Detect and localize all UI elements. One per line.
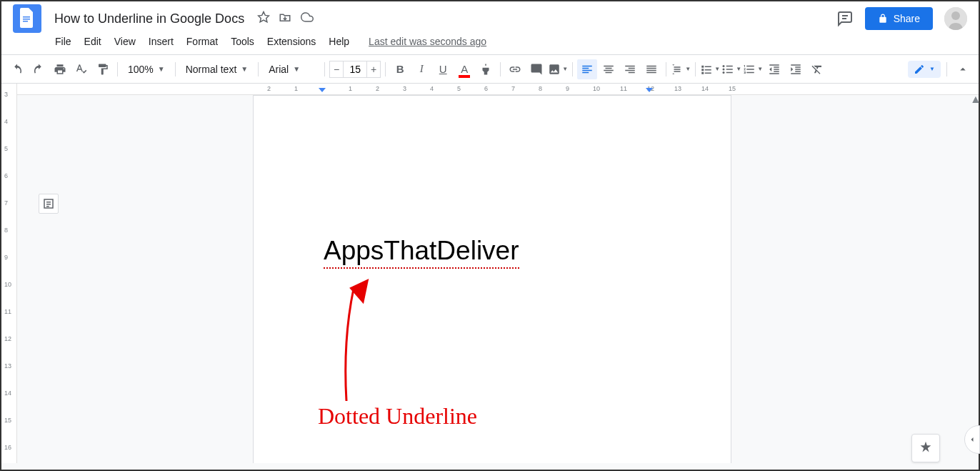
- toolbar: 100%▼ Normal text▼ Arial▼ − + B I U A ▼ …: [1, 55, 979, 84]
- comment-button[interactable]: [526, 59, 546, 79]
- share-label: Share: [894, 13, 920, 24]
- menu-extensions[interactable]: Extensions: [262, 33, 321, 50]
- align-right-button[interactable]: [620, 59, 640, 79]
- document-text[interactable]: AppsThatDeliver: [324, 236, 519, 269]
- collapse-toolbar-button[interactable]: [953, 59, 973, 79]
- font-size-increase[interactable]: +: [366, 61, 381, 78]
- increase-indent-button[interactable]: [786, 59, 806, 79]
- vertical-ruler: 3 4 5 6 7 8 9 10 11 12 13 14 15 16: [1, 84, 17, 463]
- style-select[interactable]: Normal text▼: [180, 61, 254, 78]
- explore-button[interactable]: [911, 434, 940, 462]
- highlight-button[interactable]: [476, 59, 496, 79]
- clear-formatting-button[interactable]: [807, 59, 827, 79]
- menu-format[interactable]: Format: [181, 33, 223, 50]
- svg-point-7: [951, 11, 960, 20]
- document-page[interactable]: AppsThatDeliver Dotted Underline: [253, 95, 731, 463]
- text-color-button[interactable]: A: [454, 59, 474, 79]
- right-indent-marker[interactable]: [646, 88, 653, 92]
- svg-rect-0: [23, 16, 30, 18]
- menu-file[interactable]: File: [50, 33, 76, 50]
- font-size-input[interactable]: [344, 61, 366, 78]
- undo-button[interactable]: [7, 59, 27, 79]
- svg-rect-2: [23, 21, 28, 22]
- menu-bar: File Edit View Insert Format Tools Exten…: [1, 30, 979, 54]
- menu-insert[interactable]: Insert: [144, 33, 179, 50]
- align-left-button[interactable]: [577, 59, 597, 79]
- menu-tools[interactable]: Tools: [226, 33, 259, 50]
- scroll-up-icon[interactable]: ▲: [970, 93, 979, 101]
- link-button[interactable]: [505, 59, 525, 79]
- bold-button[interactable]: B: [390, 59, 410, 79]
- font-size-decrease[interactable]: −: [329, 61, 344, 78]
- comments-icon[interactable]: [836, 10, 854, 27]
- svg-marker-3: [259, 12, 269, 22]
- indent-marker[interactable]: [319, 88, 326, 92]
- redo-button[interactable]: [29, 59, 49, 79]
- checklist-button[interactable]: ▼: [700, 59, 720, 79]
- menu-edit[interactable]: Edit: [79, 33, 106, 50]
- editing-mode-button[interactable]: ▼: [908, 61, 941, 78]
- share-button[interactable]: Share: [865, 7, 933, 30]
- svg-point-9: [723, 68, 725, 70]
- italic-button[interactable]: I: [411, 59, 431, 79]
- vertical-scrollbar[interactable]: ▲: [970, 93, 979, 465]
- menu-view[interactable]: View: [109, 33, 141, 50]
- document-title[interactable]: How to Underline in Google Docs: [50, 10, 249, 28]
- align-justify-button[interactable]: [641, 59, 661, 79]
- line-spacing-button[interactable]: ▼: [671, 59, 691, 79]
- star-icon[interactable]: [257, 11, 270, 26]
- last-edit-link[interactable]: Last edit was seconds ago: [369, 36, 486, 47]
- align-center-button[interactable]: [599, 59, 619, 79]
- underline-button[interactable]: U: [433, 59, 453, 79]
- move-icon[interactable]: [279, 11, 291, 26]
- bulleted-list-button[interactable]: ▼: [721, 59, 741, 79]
- spellcheck-button[interactable]: [71, 59, 91, 79]
- outline-toggle-button[interactable]: [39, 194, 59, 214]
- numbered-list-button[interactable]: ▼: [743, 59, 763, 79]
- svg-point-10: [723, 71, 725, 74]
- paint-format-button[interactable]: [93, 59, 113, 79]
- google-docs-icon[interactable]: [13, 4, 41, 33]
- cloud-status-icon[interactable]: [300, 11, 314, 26]
- user-avatar[interactable]: [944, 7, 967, 30]
- svg-point-8: [723, 65, 725, 67]
- menu-help[interactable]: Help: [324, 33, 354, 50]
- decrease-indent-button[interactable]: [764, 59, 784, 79]
- print-button[interactable]: [50, 59, 70, 79]
- annotation-label: Dotted Underline: [318, 403, 477, 430]
- image-button[interactable]: ▼: [548, 59, 568, 79]
- zoom-select[interactable]: 100%▼: [122, 61, 171, 78]
- font-select[interactable]: Arial▼: [263, 61, 320, 78]
- horizontal-ruler: 2 1 1 2 3 4 5 6 7 8 9 10 11 12 13 14 15: [17, 84, 979, 95]
- svg-rect-1: [23, 19, 30, 20]
